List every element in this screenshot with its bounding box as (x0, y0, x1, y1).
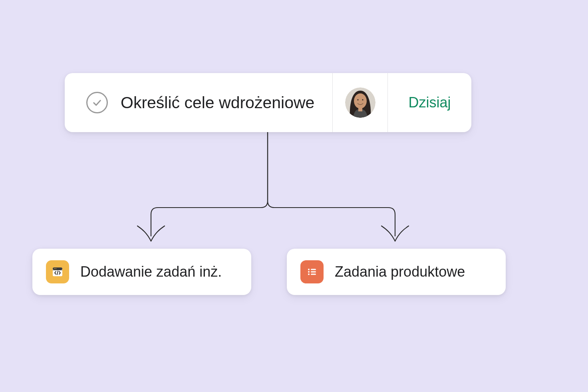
code-window-icon (46, 260, 69, 283)
svg-point-14 (308, 273, 310, 275)
due-date-cell[interactable]: Dzisiaj (387, 73, 471, 132)
list-icon (300, 260, 324, 283)
due-date-label: Dzisiaj (408, 94, 451, 111)
svg-point-10 (56, 268, 56, 269)
svg-rect-15 (311, 269, 316, 270)
avatar (345, 87, 375, 118)
child-title-product: Zadania produktowe (335, 263, 465, 280)
assignee-cell[interactable] (332, 73, 387, 132)
parent-task-card[interactable]: Określić cele wdrożeniowe (65, 73, 471, 132)
child-card-engineering[interactable]: Dodawanie zadań inż. (32, 249, 251, 295)
svg-rect-3 (358, 107, 362, 111)
svg-point-13 (308, 271, 310, 273)
child-title-engineering: Dodawanie zadań inż. (80, 263, 222, 280)
check-circle-icon[interactable] (86, 92, 108, 113)
connector-lines (0, 0, 588, 392)
svg-point-5 (362, 99, 363, 100)
svg-rect-16 (311, 271, 316, 272)
parent-main-cell: Określić cele wdrożeniowe (65, 73, 332, 132)
svg-point-9 (54, 268, 55, 269)
child-card-product[interactable]: Zadania produktowe (287, 249, 506, 295)
svg-rect-17 (311, 273, 316, 275)
svg-point-2 (354, 93, 367, 109)
svg-point-12 (308, 269, 310, 270)
svg-point-4 (357, 99, 358, 100)
svg-rect-8 (53, 270, 62, 270)
parent-task-title: Określić cele wdrożeniowe (121, 93, 314, 112)
